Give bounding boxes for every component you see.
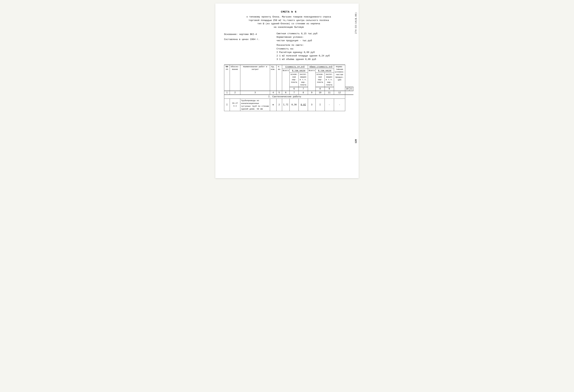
- subtitle-line-4: на канализацию бытовую: [224, 25, 353, 29]
- col-header-cost-osnov: основ-ная зар-плата: [290, 73, 299, 87]
- subtitle-line-2: торговой площадью 250 м2 то,гового центр…: [224, 19, 353, 22]
- col-num-1: 6: [290, 87, 299, 91]
- rn-3: 3: [240, 91, 270, 95]
- indicator2: 2 1 м2 полезной площади здания 0,24 руб: [277, 54, 353, 58]
- rn-6: 6: [282, 91, 290, 95]
- col-header-unit: Ед. изм.: [270, 65, 277, 91]
- col-num-6: 11: [349, 87, 353, 91]
- col-header-qty: К-во: [276, 65, 282, 91]
- row-cost-osnov: 0,36: [290, 98, 299, 111]
- section-title: I. Сантехнические работы: [224, 95, 345, 99]
- rn-2: 2: [230, 91, 240, 95]
- table-row: I I6-274-I Трубопроводы из канализационн…: [224, 98, 353, 111]
- col-header-cost-inc: В том числе: [290, 69, 308, 73]
- spacer-row: [224, 111, 353, 115]
- rn-7: 7: [290, 91, 299, 95]
- col-num-3: 8: [315, 87, 325, 91]
- col-header-base: Обосно-вание: [230, 65, 240, 91]
- subtitle: к типовому проекту блока. Магазин товаро…: [224, 15, 353, 29]
- subtitle-line-3: тип Ш (из зданий-блоков) со стенами из к…: [224, 22, 353, 25]
- col-header-total-all: Всего: [308, 69, 316, 91]
- compiled-line: Составлена в ценах 1984 г.: [224, 37, 277, 42]
- row-qty: 2: [276, 98, 282, 111]
- indicators-title: Показатели по смете:: [277, 43, 353, 47]
- col-header-total-main: Общая стоимость руб: [308, 65, 334, 69]
- header-section: СМЕТА № 6 к типовому проекту блока. Мага…: [224, 10, 353, 29]
- norm-line1: Нормативная условно-: [277, 36, 353, 39]
- row-total-all: 3: [308, 98, 316, 111]
- cost-line: Сметная стоимость 0,15 тыс.руб: [277, 32, 353, 36]
- page-number: 128: [355, 139, 357, 143]
- rn-10: 10: [315, 91, 325, 95]
- rn-9: 9: [308, 91, 316, 95]
- col-header-cost-all: Всего: [282, 69, 290, 91]
- row-num: I: [224, 98, 230, 111]
- row-norm: -: [334, 98, 345, 111]
- row-total-expl: -: [325, 98, 334, 111]
- row-unit: м: [270, 98, 277, 111]
- table-header-row-1: №№ пп Обосно-вание Наименование работ и …: [224, 65, 353, 69]
- col-header-cost-expl: экспл. машин в т.ч. зар-плата: [299, 73, 308, 87]
- indicator3: 3 1 м3 объёма здания 0,06 руб: [277, 58, 353, 61]
- col-header-norm: Норма-тивная условно-чистая продук-ция: [334, 65, 345, 91]
- basis-line: Основание: чертежи ВКI-4: [224, 32, 277, 37]
- main-table: №№ пп Обосно-вание Наименование работ и …: [224, 65, 353, 115]
- norm-line2: чистая продукция - тыс.руб: [277, 39, 353, 42]
- page-wrapper: 274-33-14(Ш.86) 128 СМЕТА № 6 к типовому…: [215, 3, 359, 178]
- col-header-name: Наименование работ и затрат: [240, 65, 270, 91]
- table-col-numbers-row: 1 2 3 4 5 6 7 8 9 10 11 12: [224, 91, 353, 95]
- col-header-total-inc: В том числе: [315, 69, 334, 73]
- col-header-num: №№ пп: [224, 65, 230, 91]
- info-left: Основание: чертежи ВКI-4 Составлена в це…: [224, 32, 277, 61]
- info-block: Основание: чертежи ВКI-4 Составлена в це…: [224, 32, 353, 61]
- rn-4: 4: [270, 91, 277, 95]
- row-base: I6-274-I: [230, 98, 240, 111]
- row-total-osnov: I: [315, 98, 325, 111]
- row-name: Трубопроводы из канализационных чугунных…: [240, 98, 270, 111]
- rn-12: 12: [334, 91, 345, 95]
- rn-11: 11: [325, 91, 334, 95]
- col-num-2: 7: [299, 87, 308, 91]
- rn-1: 1: [224, 91, 230, 95]
- info-right: Сметная стоимость 0,15 тыс.руб Нормативн…: [277, 32, 353, 61]
- col-header-cost-main: Стоимость ед.руб: [282, 65, 308, 69]
- row-cost-expl: 0,0I: [299, 98, 308, 111]
- col-header-total-expl: экспл. машин в т.ч. зар-плата: [325, 73, 334, 87]
- indicators-sub: Стоимость на:: [277, 47, 353, 51]
- page-title: СМЕТА № 6: [224, 10, 353, 13]
- col-num-4: 9: [325, 87, 334, 91]
- row-cost-all: I,7I: [282, 98, 290, 111]
- subtitle-line-1: к типовому проекту блока. Магазин товаро…: [224, 15, 353, 19]
- col-num-5: 10: [345, 87, 349, 91]
- indicator1: I Расчётную единицу 0,60 руб: [277, 51, 353, 54]
- rn-5: 5: [276, 91, 282, 95]
- col-header-total-osnov: основ-ная зар-плата: [315, 73, 325, 87]
- section-title-row: I. Сантехнические работы: [224, 95, 353, 99]
- rn-8: 8: [299, 91, 308, 95]
- side-label: 274-33-14(Ш.86): [355, 12, 357, 34]
